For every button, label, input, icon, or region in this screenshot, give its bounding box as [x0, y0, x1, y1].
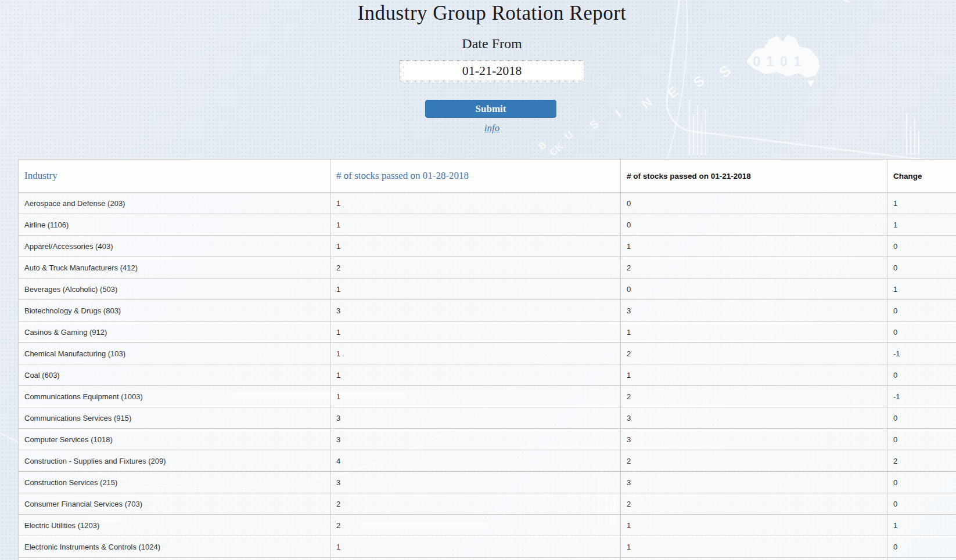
passed-prev-week-cell: 1 — [330, 386, 621, 407]
change-cell: 0 — [887, 321, 956, 343]
industry-cell: Computer Services (1018) — [19, 429, 330, 450]
passed-selected-week-cell: 0 — [621, 279, 887, 300]
table-row: Biotechnology & Drugs (803)330 — [19, 300, 956, 321]
passed-selected-week-cell: 0 — [621, 214, 887, 236]
passed-selected-week-cell: 1 — [621, 515, 887, 536]
passed-prev-week-cell: 1 — [330, 343, 621, 364]
industry-cell: Biotechnology & Drugs (803) — [19, 300, 330, 321]
change-cell: 0 — [887, 407, 956, 429]
change-cell: 1 — [887, 515, 956, 536]
info-link[interactable]: info — [484, 122, 499, 133]
passed-selected-week-cell: 3 — [621, 429, 887, 450]
col-header-industry[interactable]: Industry — [19, 160, 330, 193]
passed-selected-week-cell: 3 — [621, 472, 887, 493]
watermark-letter: N — [639, 95, 655, 112]
industry-cell: Coal (603) — [19, 364, 330, 386]
change-cell: 0 — [887, 300, 956, 321]
watermark-card-outline — [663, 0, 956, 167]
change-cell: 0 — [887, 236, 956, 257]
industry-cell: Airline (1106) — [19, 214, 330, 236]
passed-prev-week-cell: 3 — [330, 407, 621, 429]
watermark-letter: I — [613, 107, 624, 120]
report-page: 1111111111 0101 BUSINESS CK Industry Gro… — [0, 0, 956, 560]
change-cell: 2 — [887, 450, 956, 472]
change-cell: 0 — [887, 364, 956, 386]
passed-prev-week-cell: 1 — [330, 536, 621, 558]
table-row: Chemical Manufacturing (103)12-1 — [19, 343, 956, 364]
passed-selected-week-cell: 3 — [621, 300, 887, 321]
industry-cell: Electronic Instruments & Controls (1024) — [19, 536, 330, 558]
info-link-row: info — [14, 122, 956, 134]
passed-selected-week-cell: 1 — [621, 364, 887, 386]
passed-selected-week-cell — [621, 558, 887, 560]
col-header-change: Change — [887, 160, 956, 193]
date-from-input[interactable] — [400, 60, 584, 81]
passed-prev-week-cell: 1 — [330, 193, 621, 214]
table-row: Casinos & Gaming (912)110 — [19, 321, 956, 343]
passed-selected-week-cell: 2 — [621, 386, 887, 407]
change-cell: 0 — [887, 493, 956, 515]
watermark-letter: S — [691, 73, 708, 91]
watermark-letter: B — [537, 139, 548, 151]
industry-cell: Communications Services (915) — [19, 407, 330, 429]
table-row: Beverages (Alcoholic) (503)101 — [19, 279, 956, 300]
passed-prev-week-cell: 3 — [330, 429, 621, 450]
change-cell: 0 — [887, 429, 956, 450]
passed-prev-week-cell: 1 — [330, 321, 621, 343]
watermark-letter: E — [664, 84, 681, 102]
passed-selected-week-cell: 2 — [621, 493, 887, 515]
passed-prev-week-cell: 1 — [330, 364, 621, 386]
change-cell: 1 — [887, 214, 956, 236]
passed-prev-week-cell: 2 — [330, 257, 621, 279]
change-cell: 1 — [887, 279, 956, 300]
table-row: Electric Utilities (1203)211 — [19, 515, 956, 536]
watermark-letter: S — [716, 62, 735, 82]
col-header-passed-selected-week: # of stocks passed on 01-21-2018 — [621, 160, 887, 193]
table-row-clipped — [19, 558, 956, 560]
industry-cell — [19, 558, 330, 560]
industry-cell: Auto & Truck Manufacturers (412) — [19, 257, 330, 279]
change-cell: -1 — [887, 386, 956, 407]
industry-cell: Chemical Manufacturing (103) — [19, 343, 330, 364]
industry-cell: Consumer Financial Services (703) — [19, 493, 330, 515]
industry-cell: Beverages (Alcoholic) (503) — [19, 279, 330, 300]
passed-selected-week-cell: 0 — [621, 193, 887, 214]
passed-selected-week-cell: 2 — [621, 450, 887, 472]
passed-prev-week-cell: 1 — [330, 214, 621, 236]
change-cell: 0 — [887, 536, 956, 558]
table-header-row: Industry # of stocks passed on 01-28-201… — [19, 160, 956, 193]
table-row: Airline (1106)101 — [19, 214, 956, 236]
table-row: Coal (603)110 — [19, 364, 956, 386]
passed-prev-week-cell — [330, 558, 621, 560]
table-row: Consumer Financial Services (703)220 — [19, 493, 956, 515]
table-row: Auto & Truck Manufacturers (412)220 — [19, 257, 956, 279]
passed-selected-week-cell: 1 — [621, 536, 887, 558]
watermark-bars-graphic — [906, 114, 919, 154]
australia-map-digits: 0101 — [753, 53, 807, 70]
passed-prev-week-cell: 3 — [330, 472, 621, 493]
table-row: Aerospace and Defense (203)101 — [19, 193, 956, 214]
table-row: Apparel/Accessories (403)110 — [19, 236, 956, 257]
change-cell: 1 — [887, 193, 956, 214]
passed-selected-week-cell: 3 — [621, 407, 887, 429]
table-row: Computer Services (1018)330 — [19, 429, 956, 450]
passed-prev-week-cell: 4 — [330, 450, 621, 472]
industry-cell: Communications Equipment (1003) — [19, 386, 330, 407]
passed-prev-week-cell: 1 — [330, 236, 621, 257]
passed-prev-week-cell: 2 — [330, 515, 621, 536]
change-cell: 0 — [887, 257, 956, 279]
submit-button[interactable]: Submit — [425, 100, 556, 118]
table-row: Electronic Instruments & Controls (1024)… — [19, 536, 956, 558]
passed-selected-week-cell: 1 — [621, 321, 887, 343]
industry-cell: Construction - Supplies and Fixtures (20… — [19, 450, 330, 472]
table-row: Construction Services (215)330 — [19, 472, 956, 493]
col-header-passed-prev-week[interactable]: # of stocks passed on 01-28-2018 — [330, 160, 621, 193]
table-row: Communications Services (915)330 — [19, 407, 956, 429]
industry-cell: Apparel/Accessories (403) — [19, 236, 330, 257]
industry-cell: Electric Utilities (1203) — [19, 515, 330, 536]
passed-prev-week-cell: 3 — [330, 300, 621, 321]
industry-cell: Casinos & Gaming (912) — [19, 321, 330, 343]
date-from-label: Date From — [14, 36, 956, 52]
change-cell — [887, 558, 956, 560]
change-cell: 0 — [887, 472, 956, 493]
